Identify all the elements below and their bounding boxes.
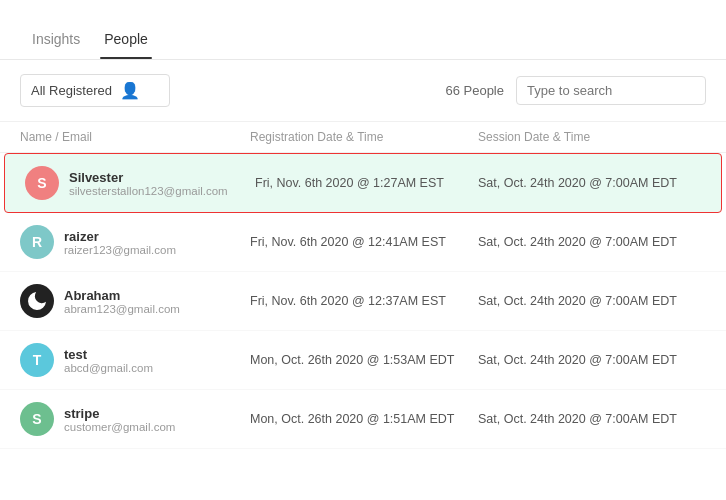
- col-header-session-date: Session Date & Time: [478, 130, 706, 144]
- person-email: abram123@gmail.com: [64, 303, 180, 315]
- reg-date: Fri, Nov. 6th 2020 @ 12:41AM EST: [250, 235, 478, 249]
- table-row[interactable]: T test abcd@gmail.com Mon, Oct. 26th 202…: [0, 331, 726, 390]
- tab-insights[interactable]: Insights: [20, 31, 92, 59]
- tab-people[interactable]: People: [92, 31, 160, 59]
- name-cell: S Silvester silvesterstallon123@gmail.co…: [25, 166, 255, 200]
- table-row[interactable]: S stripe customer@gmail.com Mon, Oct. 26…: [0, 390, 726, 449]
- table-row[interactable]: R raizer raizer123@gmail.com Fri, Nov. 6…: [0, 213, 726, 272]
- session-date: Sat, Oct. 24th 2020 @ 7:00AM EDT: [478, 412, 706, 426]
- filter-bar: All Registered 👤 66 People: [0, 60, 726, 122]
- tab-people-label: People: [104, 31, 148, 47]
- people-count: 66 People: [445, 83, 504, 98]
- col-header-name: Name / Email: [20, 130, 250, 144]
- name-info: stripe customer@gmail.com: [64, 406, 175, 433]
- reg-date: Fri, Nov. 6th 2020 @ 12:37AM EST: [250, 294, 478, 308]
- reg-date: Mon, Oct. 26th 2020 @ 1:53AM EDT: [250, 353, 478, 367]
- person-name: stripe: [64, 406, 175, 421]
- person-name: raizer: [64, 229, 176, 244]
- person-email: raizer123@gmail.com: [64, 244, 176, 256]
- col-header-reg-date: Registration Date & Time: [250, 130, 478, 144]
- name-info: Silvester silvesterstallon123@gmail.com: [69, 170, 228, 197]
- session-date: Sat, Oct. 24th 2020 @ 7:00AM EDT: [478, 235, 706, 249]
- name-cell: S stripe customer@gmail.com: [20, 402, 250, 436]
- name-info: raizer raizer123@gmail.com: [64, 229, 176, 256]
- name-info: test abcd@gmail.com: [64, 347, 153, 374]
- person-email: abcd@gmail.com: [64, 362, 153, 374]
- name-info: Abraham abram123@gmail.com: [64, 288, 180, 315]
- name-cell: Abraham abram123@gmail.com: [20, 284, 250, 318]
- session-date: Sat, Oct. 24th 2020 @ 7:00AM EDT: [478, 176, 701, 190]
- session-date: Sat, Oct. 24th 2020 @ 7:00AM EDT: [478, 353, 706, 367]
- filter-label: All Registered: [31, 83, 112, 98]
- reg-date: Fri, Nov. 6th 2020 @ 1:27AM EST: [255, 176, 478, 190]
- name-cell: R raizer raizer123@gmail.com: [20, 225, 250, 259]
- avatar: S: [20, 402, 54, 436]
- search-input[interactable]: [516, 76, 706, 105]
- person-name: test: [64, 347, 153, 362]
- avatar: T: [20, 343, 54, 377]
- table-row[interactable]: S Silvester silvesterstallon123@gmail.co…: [4, 153, 722, 213]
- user-icon: 👤: [120, 81, 140, 100]
- table-body: S Silvester silvesterstallon123@gmail.co…: [0, 153, 726, 449]
- person-name: Abraham: [64, 288, 180, 303]
- filter-select[interactable]: All Registered 👤: [20, 74, 170, 107]
- reg-date: Mon, Oct. 26th 2020 @ 1:51AM EDT: [250, 412, 478, 426]
- tab-navigation: Insights People: [0, 0, 726, 60]
- name-cell: T test abcd@gmail.com: [20, 343, 250, 377]
- avatar: R: [20, 225, 54, 259]
- person-email: silvesterstallon123@gmail.com: [69, 185, 228, 197]
- person-email: customer@gmail.com: [64, 421, 175, 433]
- avatar: [20, 284, 54, 318]
- table-row[interactable]: Abraham abram123@gmail.com Fri, Nov. 6th…: [0, 272, 726, 331]
- session-date: Sat, Oct. 24th 2020 @ 7:00AM EDT: [478, 294, 706, 308]
- person-name: Silvester: [69, 170, 228, 185]
- avatar: S: [25, 166, 59, 200]
- table-header: Name / Email Registration Date & Time Se…: [0, 122, 726, 153]
- tab-insights-label: Insights: [32, 31, 80, 47]
